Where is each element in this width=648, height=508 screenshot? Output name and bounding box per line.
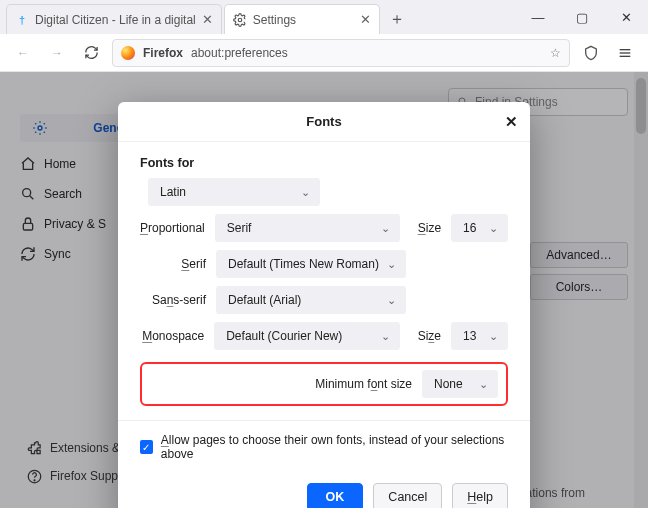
select-value: Default (Arial) xyxy=(228,293,301,307)
tab-favicon: † xyxy=(15,13,29,27)
chevron-down-icon: ⌄ xyxy=(387,294,396,307)
close-window-button[interactable]: ✕ xyxy=(604,0,648,34)
svg-point-0 xyxy=(238,18,242,22)
urlbar-host: Firefox xyxy=(143,46,183,60)
divider xyxy=(118,420,530,421)
tab-settings[interactable]: Settings ✕ xyxy=(224,4,380,34)
chevron-down-icon: ⌄ xyxy=(301,186,310,199)
allow-pages-label: Allow pages to choose their own fonts, i… xyxy=(161,433,508,461)
select-value: Default (Courier New) xyxy=(226,329,342,343)
select-value: None xyxy=(434,377,463,391)
minimum-font-label: Minimum font size xyxy=(315,377,412,391)
select-value: 16 xyxy=(463,221,476,235)
tab-label: Settings xyxy=(253,13,296,27)
select-value: Latin xyxy=(160,185,186,199)
url-bar[interactable]: Firefox about:preferences ☆ xyxy=(112,39,570,67)
dialog-title: Fonts xyxy=(306,114,341,129)
maximize-button[interactable]: ▢ xyxy=(560,0,604,34)
fonts-for-label: Fonts for xyxy=(140,156,508,170)
reload-button[interactable] xyxy=(78,40,104,66)
shield-icon[interactable] xyxy=(578,40,604,66)
chevron-down-icon: ⌄ xyxy=(381,330,390,343)
ok-button[interactable]: OK xyxy=(307,483,364,508)
size-label: Size xyxy=(418,221,441,235)
mono-label: Monospace xyxy=(140,329,204,343)
serif-label: Serif xyxy=(140,257,206,271)
gear-icon xyxy=(233,13,247,27)
bookmark-star-icon[interactable]: ☆ xyxy=(550,46,561,60)
chevron-down-icon: ⌄ xyxy=(381,222,390,235)
menu-button[interactable] xyxy=(612,40,638,66)
select-value: Default (Times New Roman) xyxy=(228,257,379,271)
firefox-icon xyxy=(121,46,135,60)
forward-button[interactable]: → xyxy=(44,40,70,66)
close-icon[interactable]: ✕ xyxy=(360,12,371,27)
mono-select[interactable]: Default (Courier New) ⌄ xyxy=(214,322,399,350)
dialog-buttons: OK Cancel Help xyxy=(118,469,530,508)
tab-label: Digital Citizen - Life in a digital xyxy=(35,13,196,27)
close-icon[interactable]: ✕ xyxy=(202,12,213,27)
sans-select[interactable]: Default (Arial) ⌄ xyxy=(216,286,406,314)
proportional-label: Proportional xyxy=(140,221,205,235)
proportional-select[interactable]: Serif ⌄ xyxy=(215,214,400,242)
chevron-down-icon: ⌄ xyxy=(489,222,498,235)
proportional-size-select[interactable]: 16 ⌄ xyxy=(451,214,508,242)
serif-select[interactable]: Default (Times New Roman) ⌄ xyxy=(216,250,406,278)
mono-size-select[interactable]: 13 ⌄ xyxy=(451,322,508,350)
select-value: 13 xyxy=(463,329,476,343)
back-button[interactable]: ← xyxy=(10,40,36,66)
urlbar-path: about:preferences xyxy=(191,46,288,60)
window-controls: — ▢ ✕ xyxy=(516,0,648,34)
sans-label: Sans-serif xyxy=(140,293,206,307)
close-icon[interactable]: ✕ xyxy=(505,113,518,131)
allow-pages-row[interactable]: ✓ Allow pages to choose their own fonts,… xyxy=(140,433,508,461)
chevron-down-icon: ⌄ xyxy=(489,330,498,343)
new-tab-button[interactable]: ＋ xyxy=(382,4,412,34)
help-button[interactable]: Help xyxy=(452,483,508,508)
minimize-button[interactable]: — xyxy=(516,0,560,34)
select-value: Serif xyxy=(227,221,252,235)
chevron-down-icon: ⌄ xyxy=(479,378,488,391)
toolbar: ← → Firefox about:preferences ☆ xyxy=(0,34,648,72)
minimum-font-highlight: Minimum font size None ⌄ xyxy=(140,362,508,406)
fonts-for-select[interactable]: Latin ⌄ xyxy=(148,178,320,206)
fonts-dialog: Fonts ✕ Fonts for Latin ⌄ Proportional S… xyxy=(118,102,530,508)
checkbox-checked-icon[interactable]: ✓ xyxy=(140,440,153,454)
cancel-button[interactable]: Cancel xyxy=(373,483,442,508)
minimum-font-select[interactable]: None ⌄ xyxy=(422,370,498,398)
chevron-down-icon: ⌄ xyxy=(387,258,396,271)
size-label: Size xyxy=(418,329,441,343)
dialog-header: Fonts ✕ xyxy=(118,102,530,142)
tab-bar: † Digital Citizen - Life in a digital ✕ … xyxy=(0,0,648,34)
tab-digital-citizen[interactable]: † Digital Citizen - Life in a digital ✕ xyxy=(6,4,222,34)
